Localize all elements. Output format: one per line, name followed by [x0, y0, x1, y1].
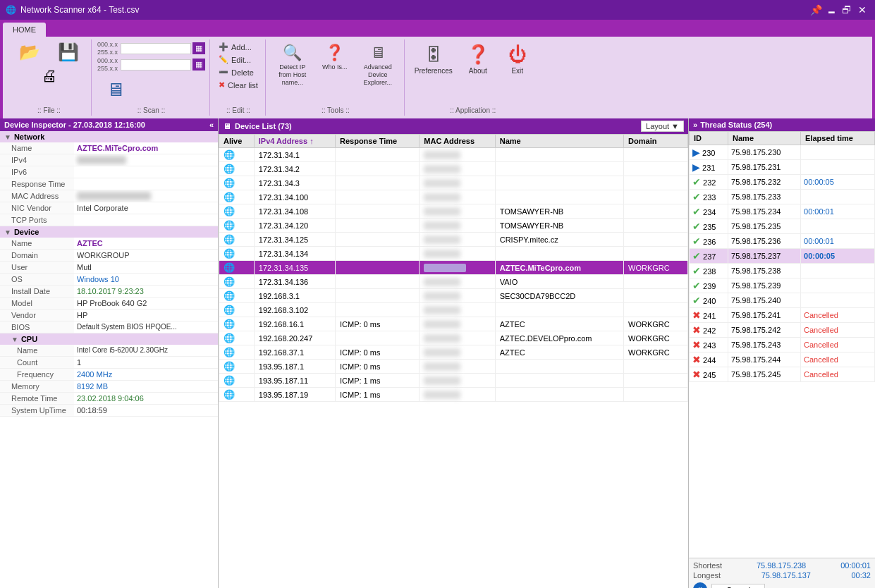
whois-label: Who Is... — [322, 63, 348, 71]
thread-row[interactable]: ✔ 23675.98.175.23600:00:01 — [690, 234, 875, 249]
col-name[interactable]: Name — [495, 135, 623, 148]
about-button[interactable]: ❓ About — [460, 41, 496, 78]
thread-row[interactable]: ✔ 23475.98.175.23400:00:01 — [690, 204, 875, 219]
thread-cell-name: 75.98.175.238 — [728, 264, 801, 278]
table-row[interactable]: 🌐193.95.187.19ICMP: 1 ms — [219, 388, 688, 402]
thread-pause-button[interactable]: ⏸ — [693, 582, 707, 588]
thread-cell-id: ✔ 240 — [690, 293, 728, 308]
ip-start-calc[interactable]: ▦ — [192, 42, 205, 54]
col-mac[interactable]: MAC Address — [420, 135, 495, 148]
thread-row[interactable]: ✔ 24075.98.175.240 — [690, 293, 875, 308]
table-row[interactable]: 🌐192.168.20.247 AZTEC.DEVELOPpro.comWORK… — [219, 331, 688, 345]
inspector-row-user: User Mutl — [0, 262, 218, 274]
thread-col-id[interactable]: ID — [690, 132, 728, 145]
thread-row[interactable]: ✔ 23375.98.175.233 — [690, 190, 875, 204]
whois-button[interactable]: ❓ Who Is... — [317, 41, 353, 74]
thread-row[interactable]: ✖ 24275.98.175.242Cancelled — [690, 323, 875, 338]
preferences-icon: 🎛 — [424, 44, 443, 66]
table-row[interactable]: 🌐192.168.3.1 SEC30CDA79BCC2D — [219, 289, 688, 303]
thread-row[interactable]: ✔ 23275.98.175.23200:00:05 — [690, 175, 875, 190]
thread-row[interactable]: ▶ 23075.98.175.230 — [690, 145, 875, 160]
clear-list-button[interactable]: ✖ Clear list — [216, 79, 261, 91]
cell-name: CRISPY.mitec.cz — [495, 233, 623, 247]
table-row[interactable]: 🌐172.31.34.135 AZTEC.MiTeCpro.comWORKGRC — [219, 261, 688, 275]
maximize-button[interactable]: 🗗 — [840, 3, 854, 17]
thread-row[interactable]: ✔ 23775.98.175.23700:00:05 — [690, 249, 875, 264]
add-button[interactable]: ➕ Add... — [216, 41, 261, 53]
thread-row[interactable]: ✔ 23875.98.175.238 — [690, 264, 875, 278]
table-row[interactable]: 🌐172.31.34.136 VAIO — [219, 275, 688, 289]
device-list-header: 🖥 Device List (73) Layout ▼ — [219, 118, 688, 134]
about-label: About — [469, 67, 487, 75]
cell-domain — [624, 148, 688, 162]
ip-end-calc[interactable]: ▦ — [192, 59, 205, 71]
table-row[interactable]: 🌐172.31.34.2 — [219, 162, 688, 176]
inspector-row-os: OS Windows 10 — [0, 274, 218, 286]
print-button[interactable]: 🖨 — [31, 66, 68, 87]
table-row[interactable]: 🌐193.95.187.11ICMP: 1 ms — [219, 374, 688, 388]
advanced-device-button[interactable]: 🖥 Advanced Device Explorer... — [356, 41, 400, 89]
thread-cell-name: 75.98.175.239 — [728, 278, 801, 293]
scan-button[interactable]: 🖥 — [97, 76, 134, 104]
thread-row[interactable]: ▶ 23175.98.175.231 — [690, 160, 875, 175]
edit-button[interactable]: ✏️ Edit... — [216, 54, 261, 66]
app-icon: 🌐 — [6, 5, 16, 15]
thread-col-elapsed[interactable]: Elapsed time — [801, 132, 875, 145]
table-row[interactable]: 🌐193.95.187.1ICMP: 0 ms — [219, 360, 688, 374]
thread-row[interactable]: ✖ 24375.98.175.243Cancelled — [690, 338, 875, 353]
pin-button[interactable]: 📌 — [809, 3, 823, 17]
ip-start-input[interactable]: 75.98.175.1 — [121, 43, 191, 54]
col-alive[interactable]: Alive — [219, 135, 255, 148]
inspector-section-cpu[interactable]: ▼ CPU — [0, 333, 218, 345]
table-row[interactable]: 🌐172.31.34.120 TOMSAWYER-NB — [219, 219, 688, 233]
thread-expand-icon[interactable]: » — [693, 121, 697, 129]
ribbon-group-file: 📂 💾 🖨 :: File :: — [7, 39, 92, 116]
cancel-button[interactable]: Cancel — [711, 584, 765, 588]
table-row[interactable]: 🌐172.31.34.134 — [219, 247, 688, 261]
save-file-button[interactable]: 💾 — [50, 41, 87, 63]
cell-domain — [624, 289, 688, 303]
col-response[interactable]: Response Time — [336, 135, 420, 148]
table-row[interactable]: 🌐172.31.34.125 CRISPY.mitec.cz — [219, 233, 688, 247]
table-row[interactable]: 🌐192.168.3.102 — [219, 303, 688, 317]
thread-row[interactable]: ✖ 24575.98.175.245Cancelled — [690, 367, 875, 382]
ip-start-row: 000.x.x 255.x.x 75.98.175.1 ▦ — [97, 41, 205, 56]
ip-end-input[interactable]: 75.98.175.254 — [121, 59, 191, 71]
ribbon: HOME 📂 💾 🖨 — [0, 20, 875, 118]
table-row[interactable]: 🌐192.168.37.1ICMP: 0 ms AZTECWORKGRC — [219, 345, 688, 360]
device-table-wrap[interactable]: Alive IPv4 Address ↑ Response Time MAC A… — [219, 134, 688, 588]
inspector-label-bios: BIOS — [0, 321, 74, 333]
open-file-button[interactable]: 📂 — [11, 41, 48, 63]
layout-button[interactable]: Layout ▼ — [641, 121, 684, 132]
cell-domain: WORKGRC — [624, 261, 688, 275]
col-domain[interactable]: Domain — [624, 135, 688, 148]
thread-row[interactable]: ✔ 23975.98.175.239 — [690, 278, 875, 293]
thread-cell-name: 75.98.175.244 — [728, 353, 801, 367]
thread-table-wrap[interactable]: ID Name Elapsed time ▶ 23075.98.175.230▶… — [689, 131, 875, 558]
exit-button[interactable]: ⏻ Exit — [499, 41, 536, 78]
status-icon: ✖ — [692, 369, 701, 380]
close-button[interactable]: ✕ — [855, 3, 869, 17]
cell-response — [336, 247, 420, 261]
table-row[interactable]: 🌐172.31.34.3 — [219, 176, 688, 190]
tab-home[interactable]: HOME — [3, 23, 46, 37]
col-ipv4[interactable]: IPv4 Address ↑ — [254, 135, 335, 148]
thread-row[interactable]: ✔ 23575.98.175.235 — [690, 219, 875, 234]
inspector-collapse-icon[interactable]: « — [209, 121, 214, 129]
thread-row[interactable]: ✖ 24175.98.175.241Cancelled — [690, 308, 875, 323]
preferences-button[interactable]: 🎛 Preferences — [410, 41, 457, 78]
thread-cell-id: ✔ 234 — [690, 204, 728, 219]
table-row[interactable]: 🌐192.168.16.1ICMP: 0 ms AZTECWORKGRC — [219, 317, 688, 331]
cell-mac — [420, 176, 495, 190]
detect-ip-button[interactable]: 🔍 Detect IP from Host name... — [271, 41, 314, 89]
thread-col-name[interactable]: Name — [728, 132, 801, 145]
delete-button[interactable]: ➖ Delete — [216, 66, 261, 78]
inspector-section-device[interactable]: ▼ Device — [0, 226, 218, 238]
inspector-section-network[interactable]: ▼ Network — [0, 131, 218, 142]
inspector-label-ipv4: IPv4 — [0, 154, 74, 166]
table-row[interactable]: 🌐172.31.34.108 TOMSAWYER-NB — [219, 204, 688, 219]
table-row[interactable]: 🌐172.31.34.1 — [219, 148, 688, 162]
table-row[interactable]: 🌐172.31.34.100 — [219, 190, 688, 204]
thread-row[interactable]: ✖ 24475.98.175.244Cancelled — [690, 353, 875, 367]
minimize-button[interactable]: 🗕 — [824, 3, 838, 17]
